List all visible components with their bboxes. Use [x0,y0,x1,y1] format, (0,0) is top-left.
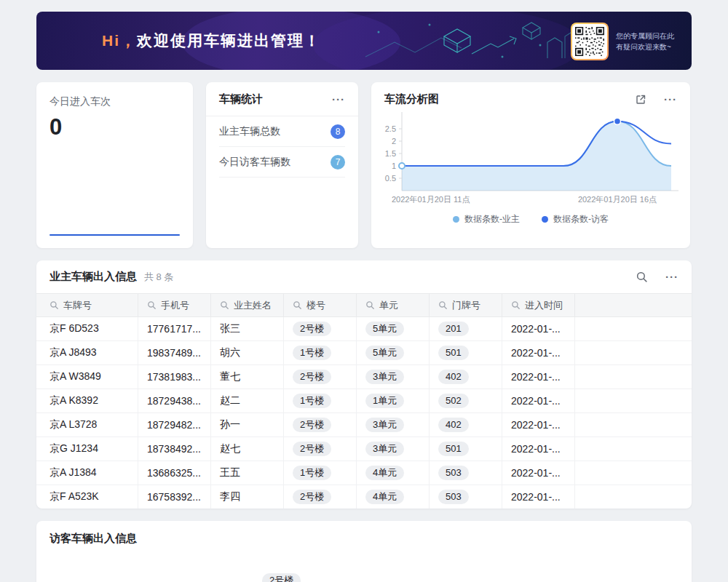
more-icon[interactable]: ··· [665,271,678,282]
search-icon[interactable] [636,271,648,283]
tag-pill: 4单元 [365,466,404,480]
tag-pill: 402 [438,370,469,384]
table-cell-filler [575,437,692,461]
field-lookup-icon [293,300,302,310]
svg-text:2.5: 2.5 [385,124,396,133]
tag-pill: 2号楼 [293,442,331,456]
stat-item-label: 今日访客车辆数 [219,156,290,169]
table-cell: 18729438... [138,389,211,413]
vehicle-stats-list: 业主车辆总数 8 今日访客车辆数 7 [206,116,358,178]
more-icon[interactable]: ··· [332,94,345,105]
stats-list-item: 今日访客车辆数 7 [219,147,345,178]
table-cell: 3单元 [357,365,430,389]
table-cell: 胡六 [211,341,284,365]
table-cell: 402 [430,413,502,437]
owner-table-body: 京F 6D52317761717...张三2号楼5单元2012022-01-..… [36,317,692,509]
table-cell: 5单元 [357,341,430,365]
dashboard-page: Hi，欢迎使用车辆进出管理！ [0,0,728,582]
legend-item[interactable]: 数据条数-业主 [453,213,520,226]
banner-hi-text: Hi， [102,32,137,49]
column-label: 进入时间 [525,299,563,312]
table-row[interactable]: 京F 6D52317761717...张三2号楼5单元2012022-01-..… [36,317,692,341]
stat-value: 0 [50,114,180,140]
traffic-chart-card: 车流分析图 ··· 0.511.522.52022年01月20日 11点2022… [371,82,690,248]
tag-pill: 2号楼 [293,418,331,432]
table-cell: 2022-01-... [502,461,575,485]
tag-pill: 1号楼 [293,394,331,408]
vehicle-stats-card: 车辆统计 ··· 业主车辆总数 8 今日访客车辆数 7 [206,82,358,248]
table-cell: 2022-01-... [502,485,575,509]
stat-item-label: 业主车辆总数 [219,125,280,138]
more-icon[interactable]: ··· [664,94,677,105]
table-cell: 2号楼 [284,485,357,509]
column-header: 车牌号 [36,294,138,317]
table-cell: 京F 6D523 [36,317,138,341]
column-header: 门牌号 [430,294,502,317]
tag-pill: 501 [438,442,469,456]
svg-text:2022年01月20日 16点: 2022年01月20日 16点 [578,195,657,204]
today-entries-card: 今日进入车次 0 [36,82,193,248]
column-header: 进入时间 [502,294,575,317]
table-row[interactable]: 京A L372818729482...孙一2号楼3单元4022022-01-..… [36,413,692,437]
tag-pill: 3单元 [365,370,404,384]
tag-pill: 1单元 [365,394,404,408]
table-cell: 京A K8392 [36,389,138,413]
table-cell: 18738492... [138,437,211,461]
stats-list-item: 业主车辆总数 8 [219,116,345,147]
table-row[interactable]: 京A J138413686325...王五1号楼4单元5032022-01-..… [36,461,692,485]
column-label: 手机号 [161,299,189,312]
owner-table-card: 业主车辆出入信息 共 8 条 ··· 车牌号 手机号 [36,260,692,509]
table-cell: 2号楼 [284,365,357,389]
table-cell: 18729482... [138,413,211,437]
table-cell: 19837489... [138,341,211,365]
table-cell: 501 [430,437,502,461]
qr-caption-line2: 有疑问欢迎来数~ [616,41,674,52]
table-row[interactable]: 京A K839218729438...赵二1号楼1单元5022022-01-..… [36,389,692,413]
table-cell: 1单元 [357,389,430,413]
tag-pill: 2号楼 [293,370,331,384]
table-cell: 孙一 [211,413,284,437]
stat-label: 今日进入车次 [50,95,180,108]
export-icon[interactable] [635,94,646,105]
table-cell: 张三 [211,317,284,341]
tag-pill: 502 [438,394,469,408]
table-cell: 5单元 [357,317,430,341]
table-cell: 董七 [211,365,284,389]
table-cell: 2022-01-... [502,317,575,341]
legend-dot-icon [453,216,459,223]
table-cell: 501 [430,341,502,365]
legend-label: 数据条数-业主 [464,213,520,226]
table-cell: 1号楼 [284,389,357,413]
tag-pill: 201 [438,322,469,336]
table-cell: 2022-01-... [502,341,575,365]
column-label: 楼号 [306,299,325,312]
field-lookup-icon [365,300,375,310]
table-cell: 赵二 [211,389,284,413]
table-cell: 京G J1234 [36,437,138,461]
table-cell-filler [575,461,692,485]
table-row[interactable]: 京F A523K16758392...李四2号楼4单元5032022-01-..… [36,485,692,509]
svg-text:0.5: 0.5 [385,174,396,183]
owner-table-header-row: 车牌号 手机号 业主姓名 楼号 单元 门牌号 [36,293,692,317]
table-cell: 京A W3849 [36,365,138,389]
legend-item[interactable]: 数据条数-访客 [542,213,609,226]
tag-pill: 402 [438,418,469,432]
table-cell: 502 [430,389,502,413]
table-cell: 赵七 [211,437,284,461]
table-cell: 4单元 [357,461,430,485]
card-title: 业主车辆出入信息 [50,270,137,284]
stat-item-badge: 7 [331,155,345,170]
table-row[interactable]: 京G J123418738492...赵七2号楼3单元5012022-01-..… [36,437,692,461]
table-cell: 1号楼 [284,341,357,365]
qr-frame [571,23,609,60]
column-header: 业主姓名 [211,294,284,317]
table-row[interactable]: 京A J849319837489...胡六1号楼5单元5012022-01-..… [36,341,692,365]
field-lookup-icon [147,300,157,310]
card-title: 车流分析图 [384,92,439,106]
qr-code [572,24,607,59]
qr-pattern [575,27,604,56]
table-cell: 16758392... [138,485,211,509]
table-cell: 17761717... [138,317,211,341]
table-row[interactable]: 京A W384917381983...董七2号楼3单元4022022-01-..… [36,365,692,389]
table-cell: 京A J8493 [36,341,138,365]
